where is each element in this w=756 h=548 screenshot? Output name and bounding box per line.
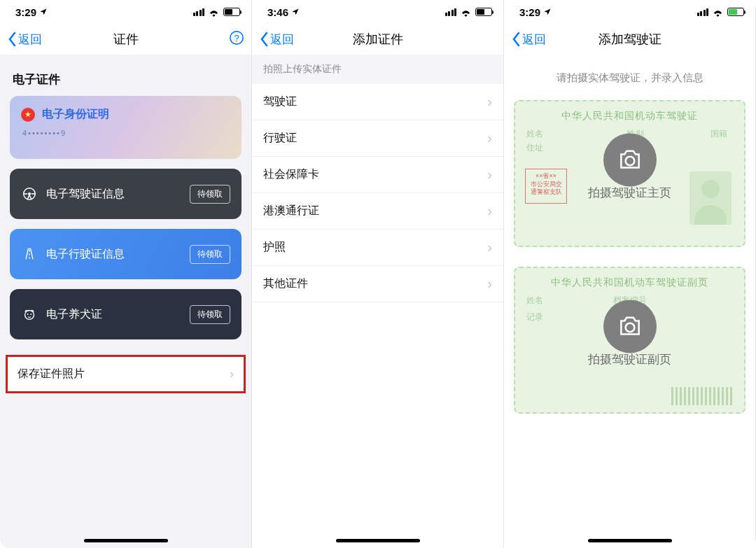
list-item-label: 护照 [263,240,286,255]
chevron-right-icon: › [487,167,492,183]
list-item-vehicle[interactable]: 行驶证› [252,120,503,157]
chevron-right-icon: › [487,130,492,146]
list-item-other[interactable]: 其他证件› [252,266,503,302]
chevron-left-icon [511,31,521,47]
svg-point-4 [25,311,34,320]
list-item-label: 驾驶证 [263,94,297,109]
wifi-icon [208,8,220,17]
home-indicator[interactable] [84,539,168,542]
location-icon [39,8,48,16]
list-item-passport[interactable]: 护照› [252,230,503,266]
battery-icon [223,8,240,16]
card-title: 电子养犬证 [46,307,190,322]
back-label: 返回 [18,31,42,48]
chevron-left-icon [259,31,269,47]
back-label: 返回 [522,31,546,48]
chevron-left-icon [7,31,17,47]
field-name: 姓名 [526,128,543,140]
location-icon [543,8,552,16]
wifi-icon [460,8,472,17]
card-electronic-id[interactable]: ★ 电子身份证明 4••••••••9 [10,96,241,159]
list-item-label: 社会保障卡 [263,167,319,182]
location-icon [291,8,300,16]
screen2-body: 拍照上传实体证件 驾驶证› 行驶证› 社会保障卡› 港澳通行证› 护照› 其他证… [252,55,503,548]
list-item-hkmo[interactable]: 港澳通行证› [252,193,503,230]
screen1-body: 电子证件 ★ 电子身份证明 4••••••••9 电子驾驶证信息 待领取 电子行… [0,55,251,548]
back-button[interactable]: 返回 [7,31,56,48]
licence-doc-title: 中华人民共和国机动车驾驶证副页 [515,268,744,289]
list-item-social[interactable]: 社会保障卡› [252,157,503,193]
camera-button[interactable] [603,133,657,186]
camera-button[interactable] [603,300,657,353]
licence-main-capture[interactable]: 中华人民共和国机动车驾驶证 姓名 性别 国籍 住址 ××省×× 市公安局交 通警… [514,100,746,247]
svg-point-7 [625,156,634,165]
help-button[interactable]: ? [195,30,244,49]
status-bar: 3:29 [504,0,755,24]
list-item-label: 行驶证 [263,131,297,146]
field-record: 记录 [526,311,543,323]
field-addr: 住址 [526,142,543,154]
save-photos-row[interactable]: 保存证件照片 › [6,355,246,393]
chevron-right-icon: › [487,276,492,292]
nav-bar: 返回 证件 ? [0,24,251,55]
screen-certificates: 3:29 返回 证件 ? 电子证件 ★ 电子身份证明 4••••••••9 [0,0,252,548]
section-header: 电子证件 [0,62,251,96]
field-name: 姓名 [526,295,543,307]
home-indicator[interactable] [588,539,672,542]
barcode-placeholder [671,387,734,405]
page-title: 添加证件 [308,31,447,48]
signal-icon [697,8,709,16]
hint-text: 请拍摄实体驾驶证，并录入信息 [514,62,746,100]
screen-add-certificate: 3:46 返回 添加证件 拍照上传实体证件 驾驶证› 行驶证› 社会保障卡› 港… [252,0,504,548]
screen-add-drive-licence: 3:29 返回 添加驾驶证 请拍摄实体驾驶证，并录入信息 中华人民共和国机动车驾… [504,0,756,548]
signal-icon [193,8,205,16]
home-indicator[interactable] [336,539,420,542]
chevron-right-icon: › [487,203,492,219]
page-title: 添加驾驶证 [560,31,699,48]
licence-doc-title: 中华人民共和国机动车驾驶证 [515,101,744,122]
nav-bar: 返回 添加证件 [252,24,503,55]
id-number: 4••••••••9 [22,129,66,137]
status-badge: 待领取 [190,305,230,324]
card-electronic-dog[interactable]: 电子养犬证 待领取 [10,289,241,339]
save-photos-label: 保存证件照片 [18,367,85,381]
list-item-label: 港澳通行证 [263,204,319,218]
field-nat: 国籍 [710,128,727,140]
status-bar: 3:29 [0,0,251,24]
list-group-header: 拍照上传实体证件 [252,55,503,84]
svg-text:?: ? [234,32,239,43]
svg-point-6 [30,314,31,315]
screen3-body: 请拍摄实体驾驶证，并录入信息 中华人民共和国机动车驾驶证 姓名 性别 国籍 住址… [504,55,755,548]
battery-icon [727,8,744,16]
status-badge: 待领取 [190,185,230,204]
svg-point-3 [28,192,31,195]
list-item-label: 其他证件 [263,276,308,291]
wifi-icon [712,8,724,17]
battery-icon [475,8,492,16]
card-title: 电子行驶证信息 [46,247,190,262]
camera-icon [617,146,643,173]
card-electronic-vehicle[interactable]: 电子行驶证信息 待领取 [10,229,241,279]
svg-point-5 [27,314,29,315]
card-electronic-drive[interactable]: 电子驾驶证信息 待领取 [10,169,241,219]
status-time: 3:46 [267,6,288,18]
chevron-right-icon: › [230,367,234,381]
camera-label: 拍摄驾驶证主页 [515,185,744,201]
camera-label: 拍摄驾驶证副页 [515,351,744,367]
licence-sub-capture[interactable]: 中华人民共和国机动车驾驶证副页 姓名 档案编号 记录 拍摄驾驶证副页 [514,267,746,414]
list-item-drive[interactable]: 驾驶证› [252,84,503,120]
dog-icon [21,306,38,323]
page-title: 证件 [56,31,195,48]
status-time: 3:29 [15,6,36,18]
road-icon [21,246,38,262]
nav-bar: 返回 添加驾驶证 [504,24,755,55]
back-button[interactable]: 返回 [511,31,560,48]
status-bar: 3:46 [252,0,503,24]
camera-icon [617,313,643,339]
help-icon: ? [229,30,244,45]
back-label: 返回 [270,31,294,48]
status-time: 3:29 [519,6,540,18]
back-button[interactable]: 返回 [259,31,308,48]
svg-point-8 [625,323,634,332]
card-title: 电子驾驶证信息 [46,187,190,202]
